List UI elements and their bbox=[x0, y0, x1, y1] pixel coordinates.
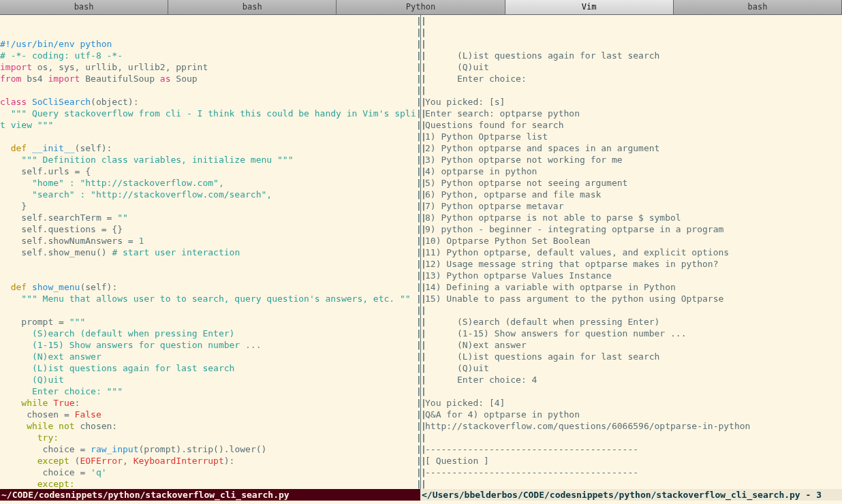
tab-bash-3[interactable]: bash bbox=[674, 0, 842, 14]
docstring-3: """ Menu that allows user to to search, … bbox=[0, 294, 411, 304]
prompt-5: (Q)uit bbox=[0, 375, 64, 385]
tab-python[interactable]: Python bbox=[337, 0, 505, 14]
tab-bash-2[interactable]: bash bbox=[168, 0, 337, 14]
kw-except2: except: bbox=[0, 479, 75, 489]
alias: Soup bbox=[170, 74, 197, 84]
prompt-4: (L)ist questions again for last search bbox=[0, 363, 234, 373]
docstring-1: """ Query stackoverflow from cli - I thi… bbox=[0, 108, 416, 119]
class-base: (object): bbox=[91, 97, 138, 107]
chosen-assign: chosen = bbox=[0, 409, 75, 420]
line-menu: self.show_menu() bbox=[0, 247, 112, 257]
prompt-6: Enter choice: """ bbox=[0, 386, 123, 396]
prompt-2: (1-15) Show answers for question number … bbox=[0, 340, 262, 350]
shebang-line: #!/usr/bin/env python bbox=[0, 39, 112, 49]
code-content: #!/usr/bin/env python # -*- coding: utf-… bbox=[0, 38, 420, 489]
line-num: self.showNumAnswers = bbox=[0, 236, 139, 246]
status-right: </Users/bbelderbos/CODE/codesnippets/pyt… bbox=[420, 489, 842, 501]
prompt-open: """ bbox=[69, 317, 85, 327]
class-name: SoCliSearch bbox=[27, 97, 91, 107]
true-lit: True bbox=[53, 398, 74, 408]
colon1: : bbox=[75, 398, 80, 408]
false-lit: False bbox=[75, 409, 102, 420]
kw-try: try: bbox=[0, 432, 59, 443]
kw-def1: def bbox=[11, 143, 27, 153]
def1-sig: (self): bbox=[75, 143, 112, 153]
kbi: KeyboardInterrupt bbox=[134, 456, 224, 466]
def-init: __init__ bbox=[27, 143, 74, 153]
workspace: #!/usr/bin/env python # -*- coding: utf-… bbox=[0, 15, 842, 489]
line-num-v: 1 bbox=[139, 236, 144, 246]
line-home: "home" : "http://stackoverflow.com", bbox=[0, 178, 224, 188]
paren-close: ): bbox=[224, 456, 235, 466]
kw-except1: except bbox=[0, 456, 75, 466]
prompt-1: (S)earch (default when pressing Enter) bbox=[0, 328, 234, 338]
line-questions: self.questions = {} bbox=[0, 224, 123, 234]
prompt-assign: prompt = bbox=[0, 317, 69, 327]
raw-input: raw_input bbox=[91, 444, 138, 454]
docstring-2: """ Definition class variables, initiali… bbox=[0, 155, 293, 165]
line-menu-c: # start user interaction bbox=[112, 247, 240, 257]
output-content: (L)ist questions again for last search (… bbox=[425, 50, 842, 489]
tab-bash-1[interactable]: bash bbox=[0, 0, 168, 14]
kw-as: as bbox=[160, 74, 171, 84]
status-bar: ~/CODE/codesnippets/python/stackoverflow… bbox=[0, 489, 842, 501]
import-list: os, sys, urllib, urllib2, pprint bbox=[32, 62, 208, 72]
kw-import: import bbox=[0, 62, 32, 72]
choice-rest: (prompt).strip().lower() bbox=[139, 444, 267, 454]
def-showmenu: show_menu bbox=[27, 282, 80, 292]
choice-q: choice = bbox=[0, 467, 91, 477]
docstring-1b: t view """ bbox=[0, 120, 53, 130]
def2-sig: (self): bbox=[80, 282, 117, 292]
q-lit: 'q' bbox=[91, 467, 106, 477]
kw-while2: while bbox=[0, 421, 59, 431]
choice-assign: choice = bbox=[0, 444, 91, 454]
line-term: self.searchTerm = bbox=[0, 212, 117, 223]
kw-import2: import bbox=[48, 74, 80, 84]
output-pane[interactable]: ||||||||||||||||||||||||||||||||||||||||… bbox=[420, 15, 842, 489]
line-term-v: "" bbox=[117, 212, 128, 223]
line-urls: self.urls = { bbox=[0, 166, 91, 176]
mod-bs4: bs4 bbox=[21, 74, 48, 84]
eoferror: EOFError bbox=[80, 456, 123, 466]
chosen-cond: chosen: bbox=[75, 421, 118, 431]
status-left: ~/CODE/codesnippets/python/stackoverflow… bbox=[0, 489, 420, 501]
bs-name: BeautifulSoup bbox=[80, 74, 159, 84]
prompt-3: (N)ext answer bbox=[0, 351, 102, 362]
right-split-edge: ||||||||||||||||||||||||||||||||||||||||… bbox=[421, 15, 425, 489]
code-pane[interactable]: #!/usr/bin/env python # -*- coding: utf-… bbox=[0, 15, 420, 489]
tab-vim[interactable]: Vim bbox=[505, 0, 674, 14]
kw-not: not bbox=[59, 421, 74, 431]
line-urls-close: } bbox=[0, 201, 27, 211]
kw-class: class bbox=[0, 97, 27, 107]
tab-bar: bash bash Python Vim bash bbox=[0, 0, 842, 15]
kw-from: from bbox=[0, 74, 21, 84]
kw-def2: def bbox=[11, 282, 27, 292]
line-search: "search" : "http://stackoverflow.com/sea… bbox=[0, 189, 272, 200]
kw-while1: while bbox=[0, 398, 53, 408]
coding-line: # -*- coding: utf-8 -*- bbox=[0, 50, 123, 61]
comma: , bbox=[123, 456, 134, 466]
